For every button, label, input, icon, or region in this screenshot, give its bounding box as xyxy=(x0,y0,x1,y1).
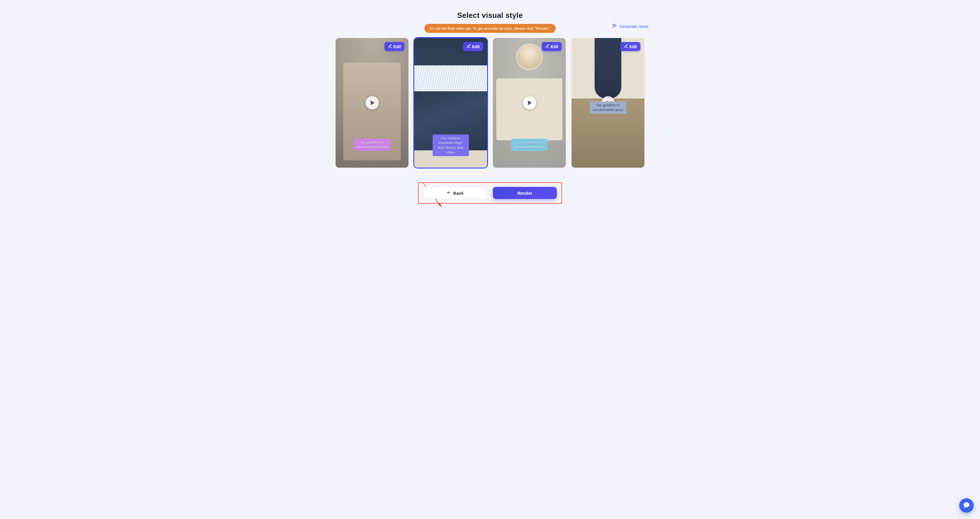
edit-icon xyxy=(467,44,471,49)
edit-label: Edit xyxy=(393,45,401,49)
edit-label: Edit xyxy=(472,45,480,49)
arrow-left-icon xyxy=(447,190,451,196)
action-box-highlight: Back Render xyxy=(418,182,562,204)
generate-more-label: Generate more xyxy=(619,24,648,29)
edit-icon xyxy=(388,44,392,49)
generate-more-link[interactable]: Generate more xyxy=(612,23,648,29)
sparkles-icon xyxy=(612,23,617,29)
back-label: Back xyxy=(453,191,464,196)
style-card[interactable]: Edit Our Amazon Essentials High-Rise Ski… xyxy=(414,38,487,168)
render-button[interactable]: Render xyxy=(493,187,557,199)
style-card-grid: Edit Say goodbye to uncomfortable jeans … xyxy=(300,38,680,168)
render-label: Render xyxy=(517,191,532,196)
style-thumbnail-region xyxy=(595,38,621,99)
chat-icon xyxy=(963,501,970,509)
style-caption: Say goodbye to uncomfortable jeans xyxy=(590,101,626,114)
style-caption: Our Amazon Essentials High-Rise Skinny J… xyxy=(433,134,469,156)
style-card[interactable]: Edit Say goodbye to uncomfortable jeans xyxy=(336,38,409,168)
style-caption: Say goodbye to uncomfortable jeans xyxy=(354,139,390,151)
edit-icon xyxy=(545,44,549,49)
edit-button[interactable]: Edit xyxy=(463,42,483,51)
edit-button[interactable]: Edit xyxy=(385,42,404,51)
edit-icon xyxy=(624,44,628,49)
style-card[interactable]: Edit Say goodbye to uncomfortable jeans xyxy=(571,38,644,168)
edit-label: Edit xyxy=(551,45,558,49)
style-caption: Say goodbye to uncomfortable jeans xyxy=(511,139,547,151)
back-button[interactable]: Back xyxy=(423,187,487,199)
style-card[interactable]: Edit Say goodbye to uncomfortable jeans xyxy=(493,38,566,168)
page-title: Select visual style xyxy=(300,11,680,20)
edit-label: Edit xyxy=(629,45,637,49)
style-thumbnail-inner xyxy=(496,78,562,140)
lipsync-notice: It's not the final video yet, To get acc… xyxy=(424,24,556,33)
edit-button[interactable]: Edit xyxy=(620,42,640,51)
chat-launcher[interactable] xyxy=(959,498,974,513)
style-thumbnail-region xyxy=(414,65,487,91)
presenter-avatar xyxy=(517,45,542,69)
edit-button[interactable]: Edit xyxy=(542,42,562,51)
